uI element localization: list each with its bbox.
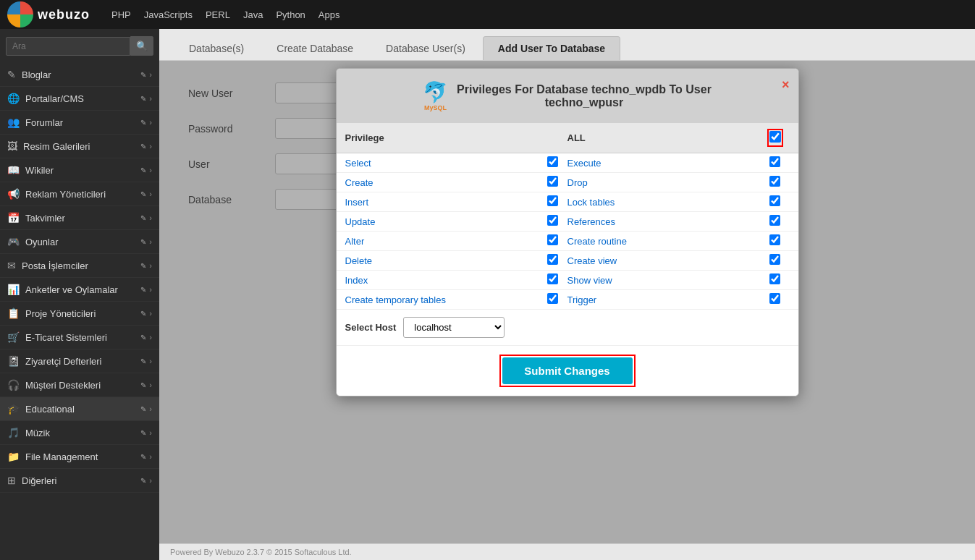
- nav-apps[interactable]: Apps: [318, 9, 340, 20]
- sidebar-arrow-anketler: ›: [149, 285, 152, 294]
- sidebar-icon-ziyaretci: 📓: [7, 355, 20, 367]
- priv-left-name-1: Create: [345, 177, 539, 188]
- sidebar-arrow-wikiler: ›: [149, 166, 152, 174]
- sidebar-item-digerleri[interactable]: ⊞ Diğerleri ✎ ›: [0, 469, 159, 493]
- sidebar-label-oyunlar: Oyunlar: [25, 237, 59, 247]
- sidebar-badge-resim: ✎: [140, 143, 146, 150]
- tab-users[interactable]: Database User(s): [371, 36, 481, 60]
- sidebar-badge-takvimler: ✎: [140, 214, 146, 222]
- priv-row-2: Insert Lock tables: [337, 192, 798, 212]
- sidebar-badge-oyunlar: ✎: [140, 238, 146, 246]
- sidebar-icon-digerleri: ⊞: [7, 475, 16, 486]
- sidebar-badge-reklam: ✎: [140, 190, 146, 198]
- sidebar-label-forumlar: Forumlar: [25, 117, 63, 128]
- sidebar-icon-oyunlar: 🎮: [7, 236, 20, 247]
- priv-row-6: Index Show view: [337, 271, 798, 290]
- sidebar-item-resim[interactable]: 🖼 Resim Galerileri ✎ ›: [0, 135, 159, 158]
- sidebar-item-educational[interactable]: 🎓 Educational ✎ ›: [0, 397, 159, 421]
- all-col-header: ALL: [567, 132, 761, 143]
- sidebar-item-anketler[interactable]: 📊 Anketler ve Oylamalar ✎ ›: [0, 278, 159, 302]
- priv-row-7: Create temporary tables Trigger: [337, 290, 798, 310]
- sidebar-item-musteri[interactable]: 🎧 Müşteri Destekleri ✎ ›: [0, 373, 159, 397]
- nav-php[interactable]: PHP: [111, 9, 131, 20]
- sidebar-label-proje: Proje Yöneticileri: [25, 308, 96, 319]
- sidebar-badge-proje: ✎: [140, 310, 146, 318]
- logo[interactable]: webuzo: [7, 1, 90, 27]
- sidebar-item-forumlar[interactable]: 👥 Forumlar ✎ ›: [0, 111, 159, 135]
- sidebar-badge-bloglar: ✎: [140, 71, 146, 79]
- sidebar-arrow-file: ›: [149, 452, 152, 461]
- sidebar-icon-takvimler: 📅: [7, 212, 20, 224]
- sidebar-badge-anketler: ✎: [140, 286, 146, 294]
- sidebar-arrow-proje: ›: [149, 309, 152, 318]
- sidebar-item-wikiler[interactable]: 📖 Wikiler ✎ ›: [0, 158, 159, 182]
- sidebar-item-proje[interactable]: 📋 Proje Yöneticileri ✎ ›: [0, 302, 159, 326]
- sidebar-badge-eticaret: ✎: [140, 334, 146, 341]
- all-checkbox[interactable]: [769, 131, 781, 143]
- priv-right-name-1: Drop: [567, 177, 761, 188]
- sidebar-badge-wikiler: ✎: [140, 166, 146, 174]
- select-host-row: Select Host localhost % 127.0.0.1: [337, 310, 798, 346]
- priv-right-check-3: [761, 215, 790, 228]
- priv-left-name-0: Select: [345, 158, 539, 169]
- privileges-header: Privilege ALL: [337, 123, 798, 153]
- sidebar-label-bloglar: Bloglar: [22, 69, 51, 80]
- tab-create[interactable]: Create Database: [261, 36, 368, 60]
- priv-left-name-2: Insert: [345, 197, 539, 208]
- sidebar-item-muzik[interactable]: 🎵 Müzik ✎ ›: [0, 421, 159, 445]
- sidebar-item-posta[interactable]: ✉ Posta İşlemciler ✎ ›: [0, 254, 159, 278]
- logo-icon: [7, 1, 33, 27]
- priv-left-check-1: [539, 176, 567, 189]
- sidebar-label-posta: Posta İşlemciler: [22, 260, 88, 271]
- priv-right-name-4: Create routine: [567, 236, 761, 247]
- search-button[interactable]: 🔍: [130, 36, 153, 56]
- sidebar-item-bloglar[interactable]: ✎ Bloglar ✎ ›: [0, 63, 159, 87]
- priv-row-1: Create Drop: [337, 173, 798, 192]
- sidebar-icon-proje: 📋: [7, 307, 20, 319]
- sidebar-arrow-educational: ›: [149, 404, 152, 413]
- priv-left-check-5: [539, 254, 567, 267]
- nav-java[interactable]: Java: [243, 9, 263, 20]
- sidebar-icon-bloglar: ✎: [7, 69, 16, 80]
- nav-js[interactable]: JavaScripts: [144, 9, 193, 20]
- sidebar-item-file[interactable]: 📁 File Management ✎ ›: [0, 445, 159, 469]
- sidebar-label-portallar: Portallar/CMS: [25, 93, 84, 104]
- sidebar-arrow-digerleri: ›: [149, 476, 152, 485]
- priv-left-check-7: [539, 293, 567, 306]
- privilege-col-header: Privilege: [345, 132, 539, 143]
- tab-adduser[interactable]: Add User To Database: [483, 36, 620, 60]
- sidebar-icon-forumlar: 👥: [7, 116, 20, 128]
- sidebar-item-ziyaretci[interactable]: 📓 Ziyaretçi Defterleri ✎ ›: [0, 349, 159, 373]
- sidebar-arrow-oyunlar: ›: [149, 237, 152, 246]
- sidebar-label-musteri: Müşteri Destekleri: [25, 380, 101, 391]
- modal-header-content: 🐬 MySQL Privileges For Database techno_w…: [351, 80, 784, 111]
- mysql-dolphin-icon: 🐬: [423, 80, 448, 104]
- priv-right-check-0: [761, 156, 790, 169]
- tab-databases[interactable]: Database(s): [174, 36, 259, 60]
- priv-right-check-4: [761, 234, 790, 247]
- sidebar-icon-musteri: 🎧: [7, 379, 20, 391]
- host-select[interactable]: localhost % 127.0.0.1: [403, 317, 505, 338]
- priv-right-check-1: [761, 176, 790, 189]
- priv-left-name-5: Delete: [345, 255, 539, 266]
- search-input[interactable]: [6, 37, 130, 56]
- sidebar-item-reklam[interactable]: 📢 Reklam Yöneticileri ✎ ›: [0, 182, 159, 206]
- priv-right-check-2: [761, 195, 790, 208]
- modal-header: 🐬 MySQL Privileges For Database techno_w…: [337, 69, 798, 123]
- sidebar-icon-educational: 🎓: [7, 403, 20, 415]
- sidebar-item-takvimler[interactable]: 📅 Takvimler ✎ ›: [0, 206, 159, 230]
- tabs-bar: Database(s) Create Database Database Use…: [159, 29, 975, 61]
- sidebar-icon-resim: 🖼: [7, 140, 17, 152]
- sidebar-item-eticaret[interactable]: 🛒 E-Ticaret Sistemleri ✎ ›: [0, 326, 159, 349]
- modal-close-button[interactable]: ×: [782, 77, 790, 93]
- sidebar-label-anketler: Anketler ve Oylamalar: [25, 284, 118, 295]
- sidebar-item-portallar[interactable]: 🌐 Portallar/CMS ✎ ›: [0, 87, 159, 111]
- nav-python[interactable]: Python: [276, 9, 305, 20]
- priv-row-5: Delete Create view: [337, 251, 798, 271]
- nav-perl[interactable]: PERL: [206, 9, 230, 20]
- select-host-label: Select Host: [345, 322, 397, 333]
- sidebar-item-oyunlar[interactable]: 🎮 Oyunlar ✎ ›: [0, 230, 159, 254]
- submit-changes-button[interactable]: Submit Changes: [502, 357, 633, 384]
- sidebar-badge-digerleri: ✎: [140, 477, 146, 485]
- submit-btn-wrapper: Submit Changes: [499, 355, 636, 387]
